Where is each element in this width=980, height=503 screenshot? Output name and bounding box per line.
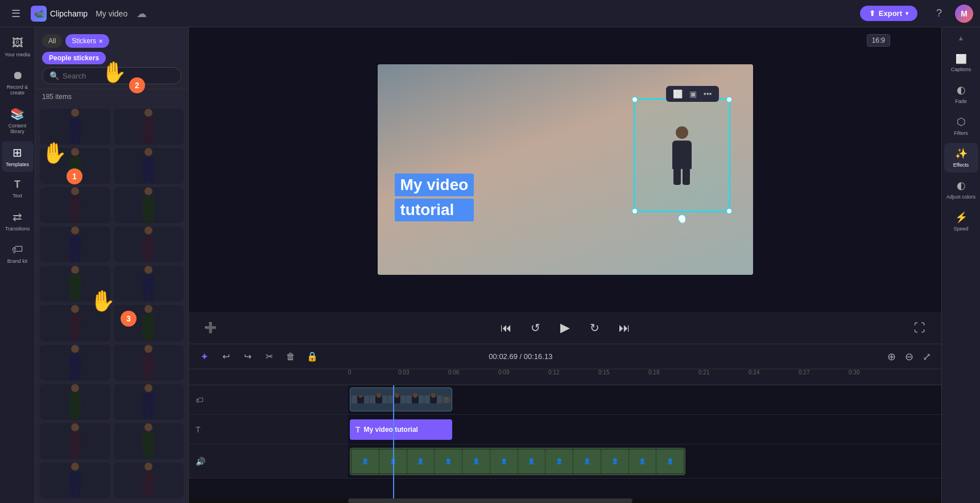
resize-handle-tr[interactable]: [726, 97, 732, 102]
sidebar-item-transitions[interactable]: ⇄ Transitions: [2, 205, 34, 236]
zoom-out-button[interactable]: ⊖: [902, 349, 917, 364]
fullscreen-button[interactable]: ⛶: [909, 318, 930, 338]
sticker-thumb: [40, 423, 110, 459]
sidebar-item-your-media[interactable]: 🖼 Your media: [2, 32, 34, 62]
sticker-item-16[interactable]: "Welcome" ASL ...: [114, 384, 184, 420]
avatar[interactable]: M: [955, 5, 973, 23]
filter-stickers-close-icon[interactable]: ✕: [98, 38, 103, 44]
sticker-item-11[interactable]: "Turn on caption...": [40, 305, 110, 341]
sticker-item-4[interactable]: "Happy birthday,...": [114, 148, 184, 184]
timeline-scroll-thumb[interactable]: [348, 498, 632, 503]
rotate-handle[interactable]: ↻: [678, 215, 686, 222]
sticker-item-5[interactable]: "Happy birthday,...": [40, 187, 110, 223]
sticker-overlay[interactable]: ↻: [634, 98, 730, 212]
video-preview[interactable]: My video tutorial: [378, 64, 753, 275]
right-sidebar-filters[interactable]: ⬡ Filters: [944, 111, 978, 141]
sticker-thumb: [114, 148, 184, 183]
person-figure: [69, 463, 81, 498]
track-video-icon: 🔊: [196, 457, 205, 466]
zoom-in-button[interactable]: ⊕: [884, 349, 899, 364]
sticker-item-8[interactable]: "I love you" ASL ...: [114, 226, 184, 262]
timeline: ✦ ↩ ↪ ✂ 🗑 🔒 00:02.69 / 00:16.13 ⊕ ⊖ ⤢: [189, 344, 941, 503]
right-sidebar-label-filters: Filters: [954, 130, 968, 136]
track-sticker-content: ⋮: [348, 385, 941, 414]
preview-right-controls: ⛶: [909, 318, 930, 338]
filter-all[interactable]: All: [42, 34, 62, 48]
sticker-label: "I love you" ASL ...: [40, 262, 110, 262]
rewind-button[interactable]: ↺: [526, 318, 546, 338]
sticker-item-18[interactable]: "Don't forget to ...": [114, 423, 184, 459]
skip-to-start-button[interactable]: ⏮: [496, 318, 516, 338]
timeline-cut-button[interactable]: ✂: [260, 348, 278, 365]
video-clip[interactable]: 👤 👤 👤 👤 👤 👤 👤 👤 👤 👤 👤 👤: [350, 448, 685, 475]
skip-to-end-button[interactable]: ⏭: [614, 318, 635, 338]
sticker-item-2[interactable]: "Happy anniver...": [114, 109, 184, 145]
resize-handle-tl[interactable]: [632, 97, 638, 102]
sticker-item-20[interactable]: "Don't forget to ...": [114, 463, 184, 498]
sticker-thumb: [40, 187, 110, 222]
sticker-grid: "Happy anniver..." "Happy anniver...": [35, 104, 188, 503]
overlay-crop-button[interactable]: ⬜: [671, 88, 685, 100]
people-stickers-chip[interactable]: People stickers: [42, 52, 106, 64]
hamburger-menu-button[interactable]: ☰: [7, 5, 25, 23]
right-sidebar-collapse[interactable]: ▲: [942, 32, 980, 44]
text-clip[interactable]: T My video tutorial: [350, 419, 452, 440]
sidebar-item-brand-kit[interactable]: 🏷 Brand kit: [2, 238, 34, 269]
timeline-undo-button[interactable]: ↩: [217, 348, 234, 365]
right-sidebar-speed[interactable]: ⚡ Speed: [944, 207, 978, 236]
sidebar-item-text[interactable]: T Text: [2, 174, 34, 203]
sticker-clip[interactable]: ⋮: [350, 387, 452, 411]
sticker-item-10[interactable]: "I love you" ASL ...: [114, 266, 184, 302]
export-button[interactable]: ⬆ Export ▾: [860, 6, 917, 21]
filter-stickers[interactable]: Stickers ✕: [65, 34, 109, 48]
sticker-item-14[interactable]: "Turn on caption...": [114, 345, 184, 381]
forward-button[interactable]: ↻: [585, 318, 605, 338]
help-button[interactable]: ?: [930, 5, 948, 23]
sticker-item-13[interactable]: "Turn on caption...": [40, 345, 110, 381]
sticker-item-1[interactable]: "Happy anniver...": [40, 109, 110, 145]
right-sidebar-label-captions: Captions: [951, 67, 971, 72]
timeline-lock-button[interactable]: 🔒: [304, 348, 321, 365]
play-button[interactable]: ▶: [555, 318, 576, 338]
search-input[interactable]: [63, 72, 174, 80]
timeline-delete-button[interactable]: 🗑: [282, 348, 299, 365]
timeline-add-button[interactable]: ✦: [196, 348, 213, 365]
your-media-icon: 🖼: [12, 36, 23, 50]
ruler-mark-0: 0: [348, 369, 352, 376]
clip-end-handle[interactable]: ⋮: [443, 397, 450, 403]
export-chevron-icon: ▾: [905, 10, 908, 17]
ruler-mark-4: 0:12: [548, 369, 559, 376]
overlay-frame-button[interactable]: ▣: [687, 88, 699, 100]
sticker-item-19[interactable]: "Don't forget to ...": [40, 463, 110, 498]
sidebar-item-label-brand-kit: Brand kit: [7, 258, 28, 264]
timeline-toolbar: ✦ ↩ ↪ ✂ 🗑 🔒 00:02.69 / 00:16.13 ⊕ ⊖ ⤢: [189, 344, 941, 369]
right-sidebar-adjust-colors[interactable]: ◐ Adjust colors: [944, 175, 978, 204]
sticker-item-9[interactable]: "I love you" ASL ...: [40, 266, 110, 302]
right-sidebar-captions[interactable]: ⬜ Captions: [944, 49, 978, 77]
person-figure: [69, 226, 81, 262]
track-sticker: 🏷: [189, 385, 941, 415]
sticker-item-6[interactable]: "Happy birthday,...": [114, 187, 184, 223]
resize-handle-br[interactable]: [726, 208, 732, 214]
left-panel: All Stickers ✕ People stickers 🔍 185 ite…: [35, 27, 189, 503]
filename[interactable]: My video: [96, 9, 127, 18]
timeline-redo-button[interactable]: ↪: [239, 348, 256, 365]
right-sidebar-fade[interactable]: ◐ Fade: [944, 79, 978, 109]
overlay-more-button[interactable]: •••: [701, 88, 714, 100]
sidebar-item-templates[interactable]: ⊞ Templates: [2, 141, 34, 172]
add-to-timeline-button[interactable]: ➕: [200, 318, 221, 338]
sidebar-item-content-library[interactable]: 📚 Content library: [2, 102, 34, 139]
person-figure: [69, 423, 81, 459]
sticker-item-7[interactable]: "I love you" ASL ...: [40, 226, 110, 262]
timeline-scrollbar[interactable]: [189, 498, 941, 503]
resize-handle-bl[interactable]: [632, 208, 638, 214]
ruler-mark-5: 0:15: [598, 369, 609, 376]
sidebar-item-record[interactable]: ⏺ Record & create: [2, 64, 34, 100]
text-clip-label: My video tutorial: [364, 426, 418, 434]
fit-to-window-button[interactable]: ⤢: [919, 349, 934, 364]
sticker-item-17[interactable]: "Welcome" ASL ...: [40, 423, 110, 459]
sticker-item-15[interactable]: "Welcome" ASL ...: [40, 384, 110, 420]
right-sidebar-effects[interactable]: ✨ Effects: [944, 143, 978, 172]
transitions-icon: ⇄: [13, 210, 22, 224]
sticker-label: "Happy birthday,...": [114, 222, 184, 223]
